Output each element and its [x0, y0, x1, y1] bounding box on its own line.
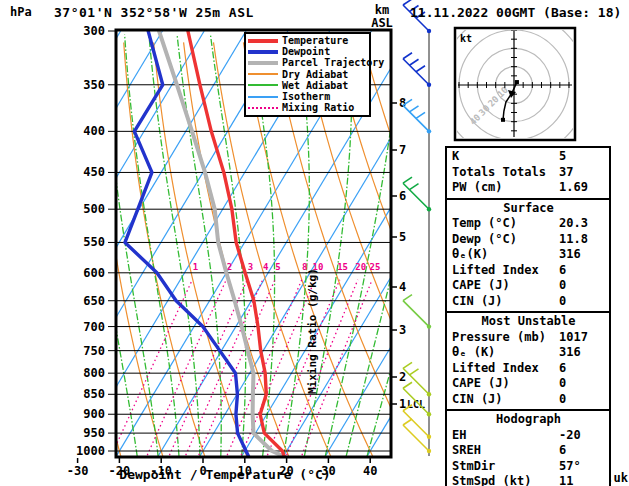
panel-row-value: 11	[559, 474, 605, 486]
legend-label: Mixing Ratio	[282, 102, 354, 113]
panel-row: CAPE (J)0	[452, 278, 605, 294]
svg-text:950: 950	[83, 426, 105, 440]
legend: TemperatureDewpointParcel TrajectoryDry …	[244, 32, 371, 117]
mixing-ratio-labels: 12345810152025	[193, 262, 381, 272]
panel-row-value: 1.69	[559, 180, 605, 196]
panel-row-value: 11.8	[559, 232, 605, 248]
stats-panel-hodograph: HodographEH-20SREH6StmDir57°StmSpd (kt)1…	[445, 409, 611, 486]
panel-row: Dewp (°C)11.8	[452, 232, 605, 248]
panel-row-label: CIN (J)	[452, 392, 559, 408]
panel-row-value: 316	[559, 247, 605, 263]
legend-item: Parcel Trajectory	[248, 57, 369, 68]
svg-text:4: 4	[263, 262, 269, 272]
svg-text:5: 5	[399, 230, 406, 244]
dewpoint-curve	[125, 31, 249, 457]
svg-text:550: 550	[83, 235, 105, 249]
temperature-axis-label: Dewpoint / Temperature (°C)	[60, 467, 390, 482]
panel-row: θₑ(K)316	[452, 247, 605, 263]
svg-text:500: 500	[83, 202, 105, 216]
svg-text:7: 7	[399, 143, 406, 157]
panel-row-label: Dewp (°C)	[452, 232, 559, 248]
legend-label: Isotherm	[282, 91, 330, 102]
svg-text:800: 800	[83, 366, 105, 380]
pressure-axis-unit: hPa	[10, 5, 32, 19]
wind-barb	[403, 99, 431, 133]
svg-text:350: 350	[83, 78, 105, 92]
legend-swatch-temperature	[248, 39, 278, 43]
svg-text:1: 1	[193, 262, 198, 272]
panel-row-value: 6	[559, 443, 605, 459]
hodograph: 10203040kt	[441, 12, 588, 159]
legend-item: Dewpoint	[248, 46, 369, 57]
svg-text:25: 25	[370, 262, 381, 272]
wind-barb	[403, 177, 431, 211]
svg-text:15: 15	[337, 262, 348, 272]
panel-row-label: Lifted Index	[452, 361, 559, 377]
panel-row-value: 1017	[559, 330, 605, 346]
stats-panel-most-unstable: Most UnstablePressure (mb)1017θₑ (K)316L…	[445, 311, 611, 411]
panel-row-value: 0	[559, 278, 605, 294]
panel-row: Lifted Index6	[452, 263, 605, 279]
legend-swatch-parcel-trajectory	[248, 61, 278, 65]
panel-row: EH-20	[452, 428, 605, 444]
legend-label: Parcel Trajectory	[282, 57, 384, 68]
panel-row-value: 0	[559, 294, 605, 310]
legend-item: Mixing Ratio	[248, 102, 369, 113]
svg-text:450: 450	[83, 165, 105, 179]
datetime-label: 11.11.2022 00GMT (Base: 18)	[410, 5, 621, 20]
legend-item: Dry Adiabat	[248, 69, 369, 80]
legend-label: Dewpoint	[282, 46, 330, 57]
svg-text:850: 850	[83, 387, 105, 401]
pressure-tick-labels: 3003504004505005506006507007508008509009…	[76, 24, 116, 458]
legend-swatch-wet-adiabat	[248, 84, 278, 86]
panel-row-label: Temp (°C)	[452, 216, 559, 232]
svg-text:900: 900	[83, 407, 105, 421]
legend-label: Wet Adiabat	[282, 80, 348, 91]
panel-row-label: StmSpd (kt)	[452, 474, 559, 486]
panel-row: θₑ (K)316	[452, 345, 605, 361]
svg-text:400: 400	[83, 124, 105, 138]
panel-row-label: PW (cm)	[452, 180, 559, 196]
panel-row: Totals Totals37	[452, 165, 605, 181]
panel-row-label: CIN (J)	[452, 294, 559, 310]
panel-header: Hodograph	[452, 412, 605, 428]
panel-row-label: θₑ(K)	[452, 247, 559, 263]
svg-text:20: 20	[355, 262, 366, 272]
panel-row: K5	[452, 149, 605, 165]
panel-row-label: θₑ (K)	[452, 345, 559, 361]
panel-row-label: CAPE (J)	[452, 278, 559, 294]
panel-row-label: StmDir	[452, 459, 559, 475]
panel-row-label: SREH	[452, 443, 559, 459]
panel-row: SREH6	[452, 443, 605, 459]
svg-text:600: 600	[83, 266, 105, 280]
panel-row-value: 316	[559, 345, 605, 361]
stats-panel: K5Totals Totals37PW (cm)1.69	[445, 146, 611, 200]
legend-item: Isotherm	[248, 91, 369, 102]
legend-swatch-isotherm	[248, 96, 278, 98]
panel-row: Lifted Index6	[452, 361, 605, 377]
legend-swatch-dewpoint	[248, 50, 278, 54]
svg-text:5: 5	[275, 262, 280, 272]
panel-row-value: 20.3	[559, 216, 605, 232]
panel-row: StmDir57°	[452, 459, 605, 475]
panel-row-label: K	[452, 149, 559, 165]
svg-text:750: 750	[83, 344, 105, 358]
altitude-axis-unit: km ASL	[366, 4, 398, 30]
panel-row: CIN (J)0	[452, 294, 605, 310]
legend-label: Dry Adiabat	[282, 69, 348, 80]
panel-row-label: CAPE (J)	[452, 376, 559, 392]
legend-item: Temperature	[248, 35, 369, 46]
svg-text:3: 3	[248, 262, 253, 272]
panel-row-value: 37	[559, 165, 605, 181]
panel-row: Pressure (mb)1017	[452, 330, 605, 346]
legend-swatch-mixing-ratio	[248, 107, 278, 109]
panel-row-value: 57°	[559, 459, 605, 475]
panel-row: CAPE (J)0	[452, 376, 605, 392]
panel-row-value: 0	[559, 376, 605, 392]
panel-row-value: 6	[559, 263, 605, 279]
hodograph-unit-label: kt	[460, 33, 472, 44]
panel-row: Temp (°C)20.3	[452, 216, 605, 232]
mixing-ratio-axis-label: Mixing Ratio (g/kg)	[306, 274, 426, 394]
panel-header: Most Unstable	[452, 314, 605, 330]
panel-row: PW (cm)1.69	[452, 180, 605, 196]
